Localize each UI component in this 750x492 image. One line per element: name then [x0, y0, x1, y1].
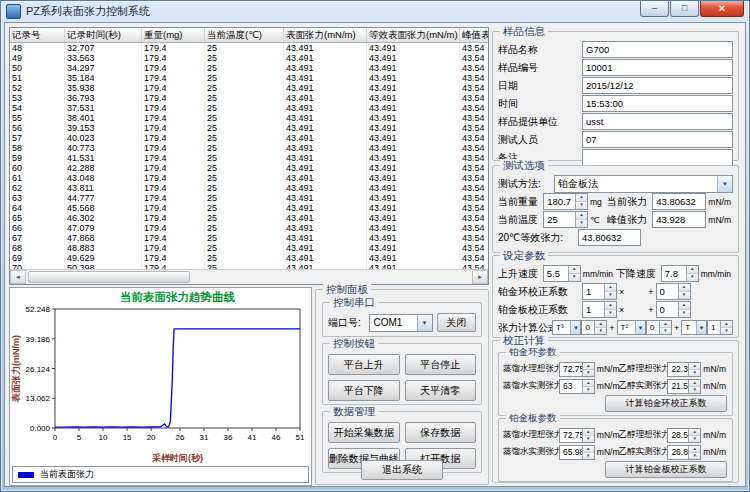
sample-field-input[interactable]: 10001 — [582, 59, 733, 76]
spinner-icon[interactable]: ▲▼ — [678, 284, 690, 299]
platform-down-button[interactable]: 平台下降 — [328, 380, 400, 401]
table-row[interactable]: 6546.302179.42543.49143.49143.54 — [10, 213, 489, 223]
column-header[interactable]: 重量(mg) — [142, 28, 205, 43]
chevron-down-icon[interactable]: ▼ — [696, 321, 706, 334]
table-row[interactable]: 5336.793179.42543.49143.49143.54 — [10, 93, 489, 103]
formula-coef-input[interactable]: 0▲▼ — [581, 320, 607, 335]
plate-factor-input[interactable]: 1▲▼ — [582, 301, 617, 318]
table-row[interactable]: 5740.023179.42543.49143.49143.54 — [10, 133, 489, 143]
horizontal-scrollbar[interactable]: ◄ ► — [10, 269, 488, 284]
table-row[interactable]: 5034.297179.42543.49143.49143.54 — [10, 63, 489, 73]
scroll-right-icon[interactable]: ► — [472, 270, 488, 284]
table-row[interactable]: 6445.568179.42543.49143.49143.54 — [10, 203, 489, 213]
spinner-icon[interactable]: ▲▼ — [688, 363, 700, 376]
sample-field-input[interactable] — [582, 149, 733, 166]
ring-factor-input[interactable]: 1▲▼ — [582, 283, 617, 300]
spinner-icon[interactable]: ▲▼ — [582, 363, 594, 376]
table-row[interactable]: 6848.883179.42543.49143.49143.54 — [10, 243, 489, 253]
scrollbar-thumb[interactable] — [28, 271, 190, 283]
table-row[interactable]: 6949.629179.42543.49143.49143.54 — [10, 253, 489, 263]
chevron-down-icon[interactable]: ▼ — [717, 176, 732, 192]
ethanol-ideal-input[interactable]: 22.3▲▼ — [667, 362, 701, 377]
distilled-ideal-input[interactable]: 72.75▲▼ — [559, 362, 595, 377]
table-row[interactable]: 6042.288179.42543.49143.49143.54 — [10, 163, 489, 173]
table-row[interactable]: 5135.184179.42543.49143.49143.54 — [10, 73, 489, 83]
spinner-icon[interactable]: ▲▼ — [568, 266, 580, 281]
table-row[interactable]: 6747.868179.42543.49143.49143.54 — [10, 233, 489, 243]
fall-speed-input[interactable]: 7.8▲▼ — [661, 265, 699, 282]
spinner-icon[interactable]: ▲▼ — [575, 212, 587, 227]
distilled-measured-input[interactable]: 63▲▼ — [559, 379, 595, 394]
sample-field-input[interactable]: G700 — [582, 41, 733, 58]
distilled-measured-input[interactable]: 65.98▲▼ — [559, 445, 595, 460]
spinner-icon[interactable]: ▲▼ — [604, 302, 616, 317]
spinner-icon[interactable]: ▲▼ — [604, 284, 616, 299]
table-row[interactable]: 4832.707179.42543.49143.49143.54 — [10, 43, 489, 54]
distilled-ideal-input[interactable]: 72.75▲▼ — [559, 428, 595, 443]
table-row[interactable]: 4933.563179.42543.49143.49143.54 — [10, 53, 489, 63]
sample-field-input[interactable]: usst — [582, 113, 733, 130]
table-row[interactable]: 6647.079179.42543.49143.49143.54 — [10, 223, 489, 233]
rise-speed-input[interactable]: 5.5▲▼ — [543, 265, 581, 282]
spinner-icon[interactable]: ▲▼ — [659, 321, 671, 334]
formula-coef-input[interactable]: 1▲▼ — [707, 320, 733, 335]
scroll-left-icon[interactable]: ◄ — [10, 270, 26, 284]
platform-up-button[interactable]: 平台上升 — [328, 354, 400, 375]
spinner-icon[interactable]: ▲▼ — [688, 429, 700, 442]
start-acquisition-button[interactable]: 开始采集数据 — [328, 422, 400, 443]
spinner-icon[interactable]: ▲▼ — [594, 321, 606, 334]
table-row[interactable]: 5840.773179.42543.49143.49143.54 — [10, 143, 489, 153]
spinner-icon[interactable]: ▲▼ — [582, 446, 594, 459]
chevron-down-icon[interactable]: ▼ — [417, 315, 432, 331]
balance-zero-button[interactable]: 天平清零 — [405, 380, 477, 401]
spinner-icon[interactable]: ▲▼ — [582, 429, 594, 442]
calc-plate-factor-button[interactable]: 计算铂金板校正系数 — [605, 461, 727, 478]
calc-ring-factor-button[interactable]: 计算铂金环校正系数 — [605, 395, 727, 412]
spinner-icon[interactable]: ▲▼ — [688, 446, 700, 459]
table-row[interactable]: 5538.401179.42543.49143.49143.54 — [10, 113, 489, 123]
ethanol-measured-input[interactable]: 26.87▲▼ — [667, 445, 701, 460]
spinner-icon[interactable]: ▲▼ — [582, 380, 594, 393]
sample-field-input[interactable]: 15:53:00 — [582, 95, 733, 112]
table-row[interactable]: 6143.048179.42543.49143.49143.54 — [10, 173, 489, 183]
ring-offset-input[interactable]: 0▲▼ — [656, 283, 691, 300]
formula-term-select[interactable]: T³ ▼ — [552, 320, 581, 335]
sample-field-input[interactable]: 2015/12/12 — [582, 77, 733, 94]
column-header[interactable]: 峰值表面张力(mN/m) — [460, 28, 490, 43]
port-select[interactable]: COM1 ▼ — [369, 314, 432, 332]
close-port-button[interactable]: 关闭 — [437, 313, 476, 332]
column-header[interactable]: 记录时间(秒) — [65, 28, 142, 43]
ethanol-measured-input[interactable]: 21.51▲▼ — [667, 379, 701, 394]
exit-system-button[interactable]: 退出系统 — [361, 460, 443, 480]
current-weight-input[interactable]: 180.7▲▼ — [543, 193, 588, 210]
column-header[interactable]: 记录号 — [10, 28, 65, 43]
table-row[interactable]: 5941.531179.42543.49143.49143.54 — [10, 153, 489, 163]
test-method-select[interactable]: 铂金板法 ▼ — [554, 175, 733, 193]
column-header[interactable]: 等效表面张力(mN/m) — [367, 28, 460, 43]
formula-term-select[interactable]: T² ▼ — [617, 320, 646, 335]
chevron-down-icon[interactable]: ▼ — [570, 321, 580, 334]
save-data-button[interactable]: 保存数据 — [405, 422, 477, 443]
close-button[interactable]: × — [700, 1, 744, 17]
ethanol-ideal-input[interactable]: 28.56▲▼ — [667, 428, 701, 443]
table-row[interactable]: 5235.938179.42543.49143.49143.54 — [10, 83, 489, 93]
spinner-icon[interactable]: ▲▼ — [688, 380, 700, 393]
column-header[interactable]: 表面张力(mN/m) — [284, 28, 367, 43]
spinner-icon[interactable]: ▲▼ — [678, 302, 690, 317]
table-row[interactable]: 5437.531179.42543.49143.49143.54 — [10, 103, 489, 113]
platform-stop-button[interactable]: 平台停止 — [405, 354, 477, 375]
maximize-button[interactable]: □ — [670, 1, 699, 17]
formula-term-select[interactable]: T ▼ — [681, 320, 707, 335]
table-row[interactable]: 6344.777179.42543.49143.49143.54 — [10, 193, 489, 203]
formula-coef-input[interactable]: 0▲▼ — [646, 320, 672, 335]
plate-offset-input[interactable]: 0▲▼ — [656, 301, 691, 318]
minimize-button[interactable]: – — [640, 1, 669, 17]
spinner-icon[interactable]: ▲▼ — [686, 266, 698, 281]
column-header[interactable]: 当前温度(℃) — [205, 28, 284, 43]
spinner-icon[interactable]: ▲▼ — [720, 321, 732, 334]
table-row[interactable]: 6243.811179.42543.49143.49143.54 — [10, 183, 489, 193]
sample-field-input[interactable]: 07 — [582, 131, 733, 148]
current-temp-input[interactable]: 25▲▼ — [543, 211, 588, 228]
table-row[interactable]: 5639.153179.42543.49143.49143.54 — [10, 123, 489, 133]
spinner-icon[interactable]: ▲▼ — [575, 194, 587, 209]
